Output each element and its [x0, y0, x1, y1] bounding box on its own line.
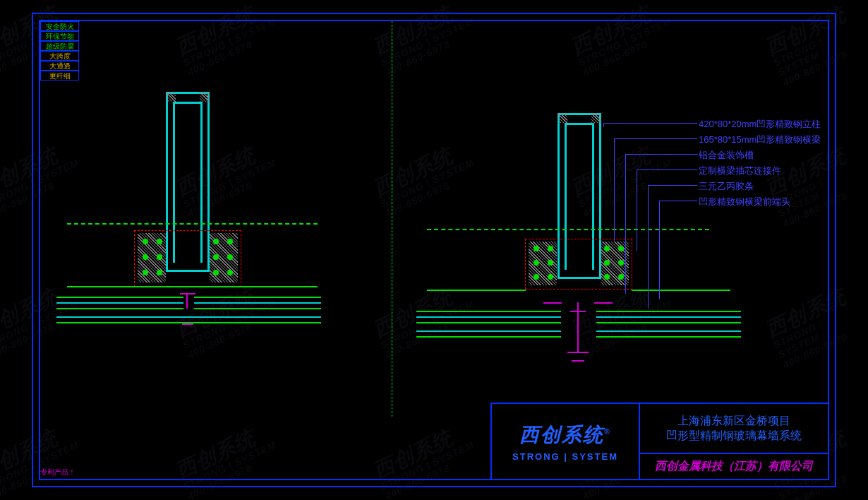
badge-span: 大跨度 — [40, 51, 79, 61]
company-cell: 西创金属科技（江苏）有限公司 — [640, 454, 828, 479]
ann-connector: 定制横梁插芯连接件 — [699, 165, 781, 177]
left-beam-bot — [67, 286, 318, 287]
project-cell: 上海浦东新区金桥项目 凹形型精制钢玻璃幕墙系统 — [640, 404, 828, 454]
badge-anticorr: 超级防腐 — [40, 41, 79, 51]
project-line1: 上海浦东新区金桥项目 — [677, 414, 790, 429]
ann-beam-spec: 165*80*15mm凹形精致钢横梁 — [699, 133, 821, 146]
center-dash-line — [392, 21, 392, 417]
logo-subtitle: STRONG | SYSTEM — [512, 451, 618, 462]
ann-beam-end: 凹形精致钢横梁前端头 — [699, 196, 790, 208]
badge-slim: 更纤细 — [40, 71, 79, 81]
logo-cell: 西创系统® STRONG | SYSTEM — [492, 404, 640, 479]
logo-reg: ® — [604, 427, 610, 435]
project-line2: 凹形型精制钢玻璃幕墙系统 — [666, 429, 802, 444]
title-block: 西创系统® STRONG | SYSTEM 上海浦东新区金桥项目 凹形型精制钢玻… — [490, 403, 829, 480]
ann-epdm: 三元乙丙胶条 — [699, 180, 754, 193]
logo-text: 西创系统 — [519, 424, 604, 446]
badge-eco: 环保节能 — [40, 31, 79, 41]
badge-transparent: 大通透 — [40, 61, 79, 71]
patent-note: 专利产品！ — [40, 468, 76, 477]
left-beam-top — [67, 223, 318, 225]
ann-column-spec: 420*80*20mm凹形精致钢立柱 — [699, 118, 821, 131]
badge-safety: 安全防火 — [40, 21, 79, 31]
ann-alum-trim: 铝合金装饰槽 — [699, 149, 754, 162]
